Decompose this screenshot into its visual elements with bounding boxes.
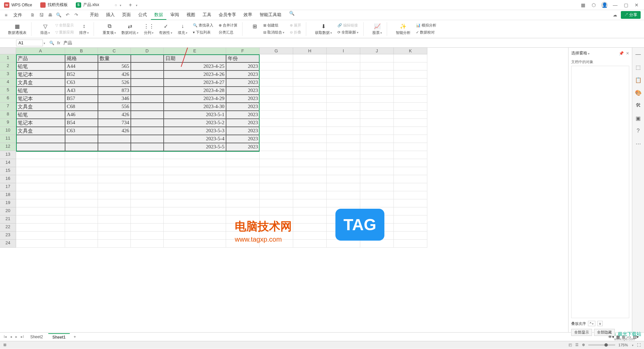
cell-D11[interactable]: [131, 135, 164, 143]
cell-A23[interactable]: [16, 232, 65, 240]
cell-F11[interactable]: 2023: [226, 135, 260, 143]
cell-I21[interactable]: [327, 215, 360, 223]
status-icon-2[interactable]: ☰: [575, 343, 579, 347]
cell-D10[interactable]: [131, 127, 164, 135]
redo-icon[interactable]: ↷: [73, 12, 79, 18]
cell-G19[interactable]: [260, 199, 293, 207]
cell-A12[interactable]: [16, 143, 65, 151]
cell-K9[interactable]: [394, 119, 427, 127]
cell-K3[interactable]: [394, 70, 427, 79]
cell-K17[interactable]: [394, 183, 427, 191]
row-header-1[interactable]: 1: [0, 54, 16, 62]
cell-J22[interactable]: [360, 223, 394, 232]
cell-J23[interactable]: [360, 232, 394, 240]
cell-C5[interactable]: 873: [98, 87, 131, 95]
cell-H24[interactable]: [293, 240, 327, 248]
cell-G2[interactable]: [260, 62, 293, 70]
cell-I9[interactable]: [327, 119, 360, 127]
cell-J17[interactable]: [360, 183, 394, 191]
col-header-H[interactable]: H: [293, 48, 327, 54]
cell-G18[interactable]: [260, 191, 293, 199]
cell-J4[interactable]: [360, 79, 394, 87]
cell-J5[interactable]: [360, 87, 394, 95]
cell-H6[interactable]: [293, 95, 327, 103]
cell-I14[interactable]: [327, 159, 360, 167]
cell-B23[interactable]: [65, 232, 98, 240]
cell-I13[interactable]: [327, 151, 360, 159]
show-all-button[interactable]: 全部显示: [571, 329, 592, 336]
cell-F10[interactable]: 2023: [226, 127, 260, 135]
cell-A9[interactable]: 笔记本: [16, 119, 65, 127]
sheet-last[interactable]: ▸I: [20, 335, 25, 339]
view-eye-icon[interactable]: 👁▾: [608, 335, 614, 339]
find-input-button[interactable]: 🔍查找录入: [192, 22, 215, 29]
cell-G22[interactable]: [260, 223, 293, 232]
cell-H23[interactable]: [293, 232, 327, 240]
cell-C6[interactable]: 346: [98, 95, 131, 103]
cell-A19[interactable]: [16, 199, 65, 207]
cell-H5[interactable]: [293, 87, 327, 95]
cell-G11[interactable]: [260, 135, 293, 143]
cell-D7[interactable]: [131, 103, 164, 111]
cell-E12[interactable]: 2023-5-5: [164, 143, 226, 151]
col-header-K[interactable]: K: [394, 48, 427, 54]
hamburger-icon[interactable]: ≡: [3, 12, 9, 18]
cell-C3[interactable]: 426: [98, 70, 131, 79]
cell-D15[interactable]: [131, 167, 164, 175]
cell-H8[interactable]: [293, 111, 327, 119]
cell-H14[interactable]: [293, 159, 327, 167]
data-validation-button[interactable]: ✓数据校对: [415, 29, 438, 36]
split-button[interactable]: ⋮⋮分列: [143, 22, 155, 36]
tools-icon[interactable]: 🛠: [634, 101, 642, 109]
cell-A17[interactable]: [16, 183, 65, 191]
filter-button[interactable]: ▽筛选: [39, 22, 51, 36]
cell-K6[interactable]: [394, 95, 427, 103]
cell-F20[interactable]: [226, 207, 260, 215]
cell-E20[interactable]: [164, 207, 226, 215]
cell-D19[interactable]: [131, 199, 164, 207]
cell-C1[interactable]: 数量: [98, 54, 131, 62]
tab-tools[interactable]: 工具: [199, 10, 215, 20]
cell-H16[interactable]: [293, 175, 327, 183]
merge-calc-button[interactable]: ⊕合并计算: [217, 22, 239, 29]
cell-K4[interactable]: [394, 79, 427, 87]
tab-view[interactable]: 视图: [183, 10, 199, 20]
row-header-10[interactable]: 10: [0, 127, 16, 135]
row-header-17[interactable]: 17: [0, 183, 16, 191]
cell-E2[interactable]: 2023-4-25: [164, 62, 226, 70]
cell-E1[interactable]: 日期: [164, 54, 226, 62]
cell-H1[interactable]: [293, 54, 327, 62]
cell-H9[interactable]: [293, 119, 327, 127]
cell-E21[interactable]: [164, 215, 226, 223]
cell-C21[interactable]: [98, 215, 131, 223]
cell-E17[interactable]: [164, 183, 226, 191]
cell-I1[interactable]: [327, 54, 360, 62]
cell-B5[interactable]: A43: [65, 87, 98, 95]
subtotal-button[interactable]: 分类汇总: [217, 29, 239, 36]
cell-D9[interactable]: [131, 119, 164, 127]
status-icon-3[interactable]: ⊕: [582, 343, 585, 347]
cell-K23[interactable]: [394, 232, 427, 240]
cell-G20[interactable]: [260, 207, 293, 215]
cell-E3[interactable]: 2023-4-26: [164, 70, 226, 79]
cell-H10[interactable]: [293, 127, 327, 135]
row-header-15[interactable]: 15: [0, 167, 16, 175]
preview-icon[interactable]: 🔍: [56, 12, 62, 18]
col-header-B[interactable]: B: [65, 48, 98, 54]
cell-K2[interactable]: [394, 62, 427, 70]
cell-E10[interactable]: 2023-5-3: [164, 127, 226, 135]
cell-F4[interactable]: 2023: [226, 79, 260, 87]
cell-E23[interactable]: [164, 232, 226, 240]
cell-B6[interactable]: B57: [65, 95, 98, 103]
cell-D6[interactable]: [131, 95, 164, 103]
cancel-fx-icon[interactable]: 🔍: [49, 41, 54, 45]
cell-K21[interactable]: [394, 215, 427, 223]
add-sheet-button[interactable]: +: [71, 335, 79, 339]
cell-D17[interactable]: [131, 183, 164, 191]
cell-F14[interactable]: [226, 159, 260, 167]
expand-button[interactable]: ⊕展开: [288, 22, 303, 29]
cell-B13[interactable]: [65, 151, 98, 159]
cell-D16[interactable]: [131, 175, 164, 183]
cell-A1[interactable]: 产品: [16, 54, 65, 62]
cell-J2[interactable]: [360, 62, 394, 70]
